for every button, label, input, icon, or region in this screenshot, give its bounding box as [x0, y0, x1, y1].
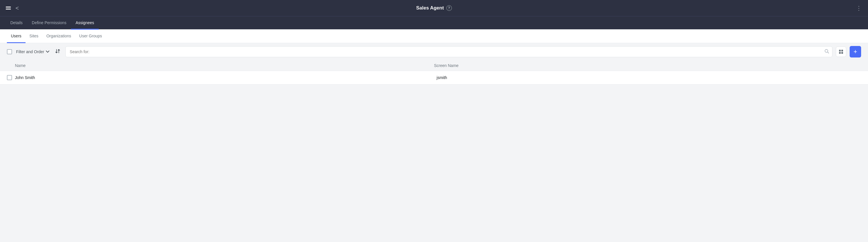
- col-name-header: Name: [7, 63, 434, 68]
- svg-rect-4: [839, 52, 841, 54]
- select-all-checkbox[interactable]: [7, 49, 12, 54]
- filter-label: Filter and Order: [16, 49, 44, 54]
- sort-icon: [55, 49, 60, 54]
- page-title: Sales Agent: [416, 5, 444, 11]
- svg-rect-3: [841, 50, 843, 51]
- svg-line-1: [828, 52, 829, 53]
- row-name: John Smith: [12, 75, 437, 80]
- back-button[interactable]: <: [16, 5, 19, 11]
- table-header: Name Screen Name: [0, 60, 868, 71]
- content-area: Users Sites Organizations User Groups Fi…: [0, 29, 868, 84]
- top-bar: < Sales Agent ? ⋮: [0, 0, 868, 16]
- search-icon: [825, 49, 829, 55]
- sub-tab-user-groups[interactable]: User Groups: [75, 30, 106, 43]
- tab-assignees[interactable]: Assignees: [71, 17, 99, 30]
- more-options-button[interactable]: ⋮: [856, 5, 862, 11]
- sub-tab-users[interactable]: Users: [7, 30, 26, 43]
- table-row: John Smith jsmith: [0, 71, 868, 84]
- tab-bar: Details Define Permissions Assignees: [0, 16, 868, 29]
- filter-and-order-button[interactable]: Filter and Order: [16, 48, 50, 55]
- sidebar-toggle-button[interactable]: [6, 5, 12, 11]
- tab-define-permissions[interactable]: Define Permissions: [27, 17, 71, 30]
- row-checkbox[interactable]: [7, 75, 12, 80]
- sub-tab-sites[interactable]: Sites: [26, 30, 42, 43]
- search-input[interactable]: [65, 46, 832, 57]
- top-bar-right: ⋮: [856, 5, 862, 11]
- top-bar-center: Sales Agent ?: [416, 5, 452, 11]
- grid-icon: [839, 49, 843, 54]
- table-container: Name Screen Name John Smith jsmith: [0, 60, 868, 84]
- grid-view-button[interactable]: [836, 47, 846, 57]
- col-screen-name-header: Screen Name: [434, 63, 861, 68]
- top-bar-left: <: [6, 5, 19, 11]
- svg-rect-2: [839, 50, 841, 51]
- search-wrapper: [65, 46, 832, 57]
- toolbar: Filter and Order: [0, 43, 868, 60]
- help-button[interactable]: ?: [446, 5, 452, 11]
- sort-button[interactable]: [53, 48, 62, 56]
- chevron-down-icon: [46, 51, 49, 53]
- sub-tab-bar: Users Sites Organizations User Groups: [0, 29, 868, 43]
- sub-tab-organizations[interactable]: Organizations: [42, 30, 75, 43]
- tab-details[interactable]: Details: [6, 17, 27, 30]
- add-button[interactable]: +: [850, 46, 861, 57]
- svg-rect-5: [841, 52, 843, 54]
- row-screen-name: jsmith: [437, 75, 861, 80]
